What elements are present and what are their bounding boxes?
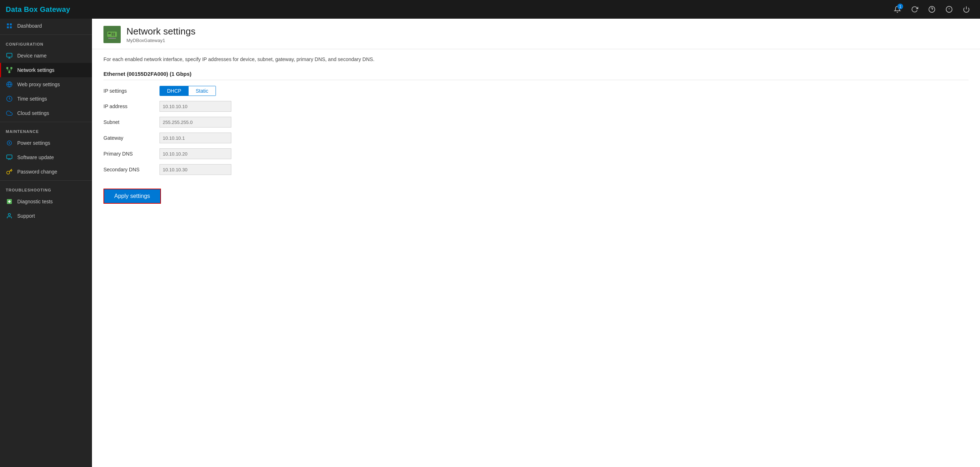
sidebar-item-diagnostic-tests[interactable]: Diagnostic tests (0, 194, 92, 209)
notification-badge: 1 (897, 3, 903, 10)
sidebar-item-network-label: Network settings (17, 67, 54, 73)
apply-settings-button[interactable]: Apply settings (103, 189, 161, 204)
ip-settings-toggle: DHCP Static (159, 86, 216, 96)
gateway-row: Gateway (103, 133, 969, 143)
support-icon (6, 212, 13, 219)
svg-rect-32 (113, 33, 115, 36)
svg-rect-35 (108, 38, 116, 39)
content-area: Network settings MyDBoxGateway1 For each… (92, 19, 980, 467)
diagnostic-icon (6, 198, 13, 205)
page-title: Network settings (126, 26, 196, 37)
sidebar-item-dashboard-label: Dashboard (17, 23, 42, 29)
divider-maintenance (0, 122, 92, 122)
topbar-icons: 1 (889, 2, 974, 17)
subnet-label: Subnet (103, 119, 154, 125)
sidebar-item-power-label: Power settings (17, 140, 50, 146)
sidebar-section-maintenance: MAINTENANCE (0, 124, 92, 136)
time-icon (6, 95, 13, 102)
svg-rect-31 (112, 33, 113, 36)
sidebar-item-cloud-label: Cloud settings (17, 110, 49, 116)
power-button[interactable] (958, 2, 974, 17)
svg-rect-9 (10, 27, 12, 29)
dashboard-icon (6, 22, 13, 29)
svg-rect-30 (108, 33, 111, 34)
sidebar-item-support-label: Support (17, 213, 35, 219)
page-icon (103, 26, 121, 43)
description-text: For each enabled network interface, spec… (103, 56, 969, 62)
help-button[interactable] (924, 2, 940, 17)
page-subtitle: MyDBoxGateway1 (126, 38, 196, 43)
section-header: Ethernet (00155D2FA000) (1 Gbps) (103, 71, 969, 80)
cloud-icon (6, 110, 13, 117)
gateway-input[interactable] (159, 133, 231, 143)
sidebar-item-time-settings[interactable]: Time settings (0, 92, 92, 106)
svg-rect-24 (7, 155, 12, 159)
sidebar-section-configuration: CONFIGURATION (0, 36, 92, 49)
device-icon (6, 52, 13, 59)
svg-point-28 (8, 213, 10, 216)
sidebar-item-time-label: Time settings (17, 96, 47, 102)
sidebar: Dashboard CONFIGURATION Device name (0, 19, 92, 467)
svg-rect-14 (10, 67, 12, 69)
sidebar-item-support[interactable]: Support (0, 209, 92, 223)
svg-rect-10 (7, 53, 12, 57)
secondary-dns-input[interactable] (159, 164, 231, 175)
primary-dns-row: Primary DNS (103, 148, 969, 159)
info-button[interactable] (941, 2, 957, 17)
ip-settings-row: IP settings DHCP Static (103, 86, 969, 96)
static-toggle-button[interactable]: Static (189, 86, 216, 95)
secondary-dns-row: Secondary DNS (103, 164, 969, 175)
sidebar-item-software-update[interactable]: Software update (0, 150, 92, 165)
subnet-row: Subnet (103, 117, 969, 127)
sidebar-item-web-proxy-label: Web proxy settings (17, 81, 60, 87)
refresh-button[interactable] (907, 2, 923, 17)
dhcp-toggle-button[interactable]: DHCP (160, 86, 189, 95)
app-title: Data Box Gateway (6, 5, 70, 14)
sidebar-item-power-settings[interactable]: Power settings (0, 136, 92, 150)
topbar: Data Box Gateway 1 (0, 0, 980, 19)
sidebar-item-password-change[interactable]: Password change (0, 165, 92, 179)
sidebar-section-troubleshooting: TROUBLESHOOTING (0, 182, 92, 194)
main-layout: Dashboard CONFIGURATION Device name (0, 19, 980, 467)
sidebar-item-dashboard[interactable]: Dashboard (0, 19, 92, 33)
svg-rect-15 (8, 71, 10, 73)
secondary-dns-label: Secondary DNS (103, 167, 154, 172)
power-settings-icon (6, 140, 13, 146)
svg-rect-6 (7, 23, 9, 25)
primary-dns-label: Primary DNS (103, 151, 154, 157)
subnet-input[interactable] (159, 117, 231, 127)
content-body: For each enabled network interface, spec… (92, 49, 980, 467)
content-header: Network settings MyDBoxGateway1 (92, 19, 980, 49)
ip-address-label: IP address (103, 103, 154, 109)
gateway-label: Gateway (103, 135, 154, 141)
content-title-block: Network settings MyDBoxGateway1 (126, 26, 196, 43)
sidebar-item-device-name[interactable]: Device name (0, 49, 92, 63)
network-icon (6, 67, 13, 74)
software-icon (6, 154, 13, 161)
ip-settings-label: IP settings (103, 88, 154, 94)
ip-address-input[interactable] (159, 101, 231, 112)
svg-rect-13 (6, 67, 8, 69)
sidebar-item-software-label: Software update (17, 154, 54, 160)
svg-rect-8 (7, 27, 9, 29)
sidebar-item-password-label: Password change (17, 169, 57, 175)
primary-dns-input[interactable] (159, 148, 231, 159)
sidebar-item-network-settings[interactable]: Network settings (0, 63, 92, 77)
ip-address-row: IP address (103, 101, 969, 112)
sidebar-item-diagnostic-label: Diagnostic tests (17, 199, 53, 204)
divider-troubleshooting (0, 180, 92, 181)
password-icon (6, 168, 13, 175)
sidebar-item-web-proxy[interactable]: Web proxy settings (0, 77, 92, 92)
notification-button[interactable]: 1 (889, 2, 905, 17)
divider-config (0, 35, 92, 35)
sidebar-item-cloud-settings[interactable]: Cloud settings (0, 106, 92, 120)
svg-rect-7 (10, 23, 12, 25)
webproxy-icon (6, 81, 13, 88)
sidebar-item-device-name-label: Device name (17, 53, 47, 59)
